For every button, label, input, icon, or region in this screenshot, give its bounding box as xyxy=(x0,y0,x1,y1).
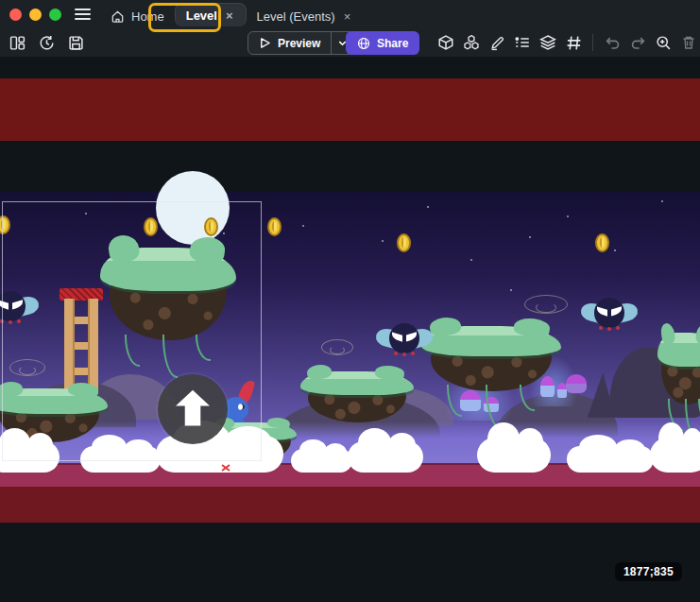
tab-label: Level (Events) xyxy=(257,9,335,24)
outline-object[interactable] xyxy=(321,339,353,355)
star xyxy=(614,249,616,251)
close-icon[interactable]: × xyxy=(224,9,235,23)
globe-icon xyxy=(357,37,370,50)
cursor-coordinates: 1877;835 xyxy=(615,562,682,581)
play-icon xyxy=(259,37,271,49)
objects-cube-icon[interactable] xyxy=(436,33,455,52)
scene-canvas[interactable] xyxy=(0,57,700,523)
bottom-red-band xyxy=(0,487,700,523)
coin[interactable] xyxy=(595,233,609,252)
cloud[interactable] xyxy=(650,438,700,473)
cloud[interactable] xyxy=(348,441,423,473)
zoom-in-icon[interactable] xyxy=(654,33,673,52)
tab-bar: Home Level × Level (Events) × xyxy=(100,0,363,28)
coin[interactable] xyxy=(267,217,282,236)
cloud[interactable] xyxy=(477,438,551,473)
main-menu-icon[interactable] xyxy=(75,9,91,20)
star xyxy=(510,289,512,291)
preview-label: Preview xyxy=(278,37,320,50)
star xyxy=(661,200,663,202)
tab-label: Level xyxy=(186,9,217,23)
titlebar: Home Level × Level (Events) × xyxy=(0,0,700,28)
tab-label: Home xyxy=(131,9,164,24)
star xyxy=(567,215,569,217)
redo-icon[interactable] xyxy=(628,33,647,52)
star xyxy=(382,240,384,242)
instances-list-icon[interactable] xyxy=(513,33,532,52)
star xyxy=(427,206,429,208)
object-groups-icon[interactable] xyxy=(462,33,481,52)
preview-button[interactable]: Preview xyxy=(248,31,354,55)
undo-icon[interactable] xyxy=(603,33,622,52)
window-zoom-button[interactable] xyxy=(49,9,61,21)
top-red-band xyxy=(0,78,700,141)
star xyxy=(529,236,531,238)
mushroom[interactable] xyxy=(566,374,587,393)
trash-icon[interactable] xyxy=(679,33,698,52)
home-icon xyxy=(111,9,125,24)
window-close-button[interactable] xyxy=(9,9,22,21)
traffic-lights xyxy=(9,9,61,21)
bat-enemy[interactable] xyxy=(379,322,430,356)
app-window: Home Level × Level (Events) × xyxy=(0,0,700,602)
star xyxy=(470,259,472,261)
floating-island[interactable] xyxy=(300,371,414,423)
floating-island[interactable] xyxy=(421,326,561,392)
tab-home[interactable]: Home xyxy=(100,4,175,28)
save-icon[interactable] xyxy=(66,33,85,52)
edit-pencil-icon[interactable] xyxy=(487,33,506,52)
history-icon[interactable] xyxy=(37,33,56,52)
coin[interactable] xyxy=(397,233,411,252)
toolbar: Preview Share xyxy=(0,28,700,57)
toolbar-divider xyxy=(592,34,593,51)
star xyxy=(302,225,304,227)
close-icon[interactable]: × xyxy=(342,9,353,24)
cloud[interactable] xyxy=(567,446,654,473)
jump-button[interactable] xyxy=(158,374,228,444)
tab-level-events[interactable]: Level (Events) × xyxy=(247,4,364,28)
window-minimize-button[interactable] xyxy=(29,9,42,21)
editor-background: 1877;835 xyxy=(0,523,700,602)
cloud[interactable] xyxy=(291,449,352,473)
panels-icon[interactable] xyxy=(8,33,26,52)
share-button[interactable]: Share xyxy=(346,31,419,55)
share-label: Share xyxy=(377,37,408,50)
origin-marker xyxy=(221,463,230,471)
bat-enemy[interactable] xyxy=(584,297,635,331)
floating-island[interactable] xyxy=(657,333,700,406)
tab-level[interactable]: Level × xyxy=(175,3,247,26)
grid-icon[interactable] xyxy=(564,33,583,52)
outline-object[interactable] xyxy=(524,295,568,314)
layers-icon[interactable] xyxy=(538,33,557,52)
